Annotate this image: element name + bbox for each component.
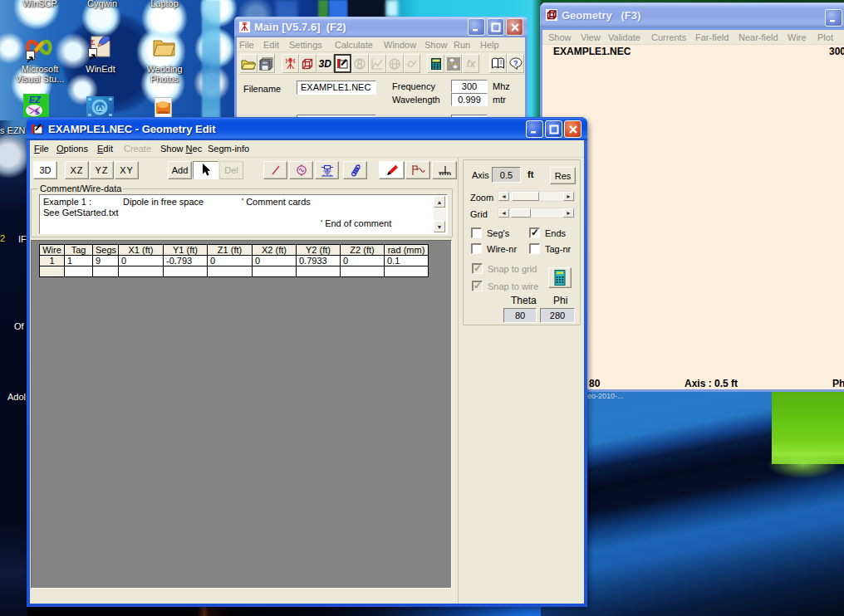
svg-text:ω: ω (96, 101, 105, 114)
svg-text:EZ: EZ (29, 95, 42, 105)
svg-text:?: ? (513, 59, 518, 67)
svg-text:5: 5 (35, 108, 39, 116)
svg-text:Σ: Σ (91, 39, 95, 46)
